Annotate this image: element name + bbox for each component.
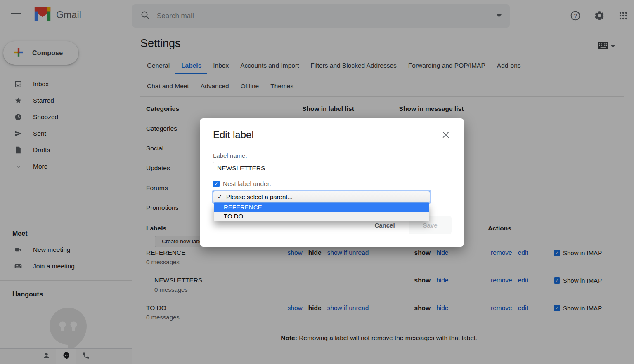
nest-label-text: Nest label under: (223, 180, 271, 188)
edit-label-dialog: Edit label Label name: ✓ Nest label unde… (200, 118, 464, 247)
menu-option-reference[interactable]: REFERENCE (214, 203, 429, 212)
menu-option-to-do[interactable]: TO DO (214, 212, 429, 221)
parent-select-menu: REFERENCE TO DO (214, 203, 429, 221)
label-name-field-label: Label name: (213, 152, 247, 159)
close-icon[interactable] (440, 129, 452, 141)
selected-checkmark-icon: ✓ (218, 194, 223, 200)
nest-label-checkbox[interactable]: ✓ (213, 181, 220, 187)
label-name-input[interactable] (213, 162, 433, 174)
dialog-title: Edit label (213, 129, 254, 141)
parent-label-select[interactable]: ✓ Please select a parent... (213, 191, 430, 203)
parent-select-value: Please select a parent... (226, 193, 293, 200)
